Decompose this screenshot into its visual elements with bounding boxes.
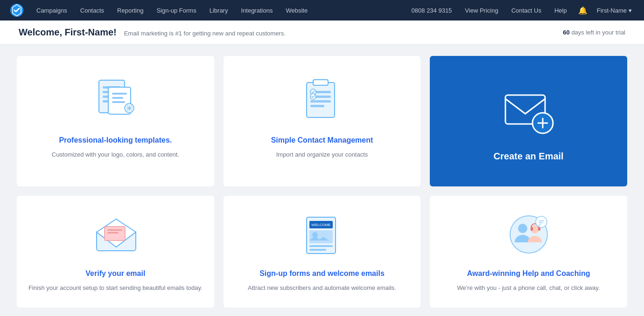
welcome-heading: Welcome, First-Name!: [19, 27, 117, 38]
create-email-title: Create an Email: [494, 151, 564, 162]
help-coaching-title: Award-winning Help and Coaching: [467, 269, 590, 278]
svg-rect-14: [310, 100, 331, 103]
svg-rect-33: [531, 227, 533, 231]
verify-email-desc: Finish your account setup to start sendi…: [28, 283, 203, 293]
verify-email-title: Verify your email: [85, 269, 145, 278]
user-menu[interactable]: First-Name ▾: [592, 0, 637, 21]
nav-website[interactable]: Website: [279, 0, 314, 21]
header-subtitle: Email marketing is #1 for getting new an…: [124, 30, 286, 37]
help-coaching-card[interactable]: Award-winning Help and Coaching We're wi…: [430, 196, 627, 308]
phone-number: 0808 234 9315: [405, 0, 459, 21]
user-name: First-Name: [597, 7, 627, 14]
verify-email-icon: [90, 209, 141, 260]
signup-forms-desc: Attract new subscribers and automate wel…: [248, 283, 396, 293]
view-pricing-link[interactable]: View Pricing: [458, 0, 504, 21]
svg-rect-10: [307, 82, 335, 117]
svg-rect-15: [310, 105, 324, 107]
logo[interactable]: [7, 1, 26, 20]
chevron-down-icon: ▾: [629, 7, 632, 14]
contact-us-link[interactable]: Contact Us: [505, 0, 548, 21]
trial-text: days left in your trial: [571, 29, 625, 36]
nav-reporting[interactable]: Reporting: [111, 0, 150, 21]
create-email-card[interactable]: Create an Email: [430, 56, 627, 186]
svg-rect-7: [112, 97, 123, 99]
nav-integrations[interactable]: Integrations: [234, 0, 279, 21]
create-email-icon: [498, 81, 559, 142]
nav-signup-forms[interactable]: Sign-up Forms: [150, 0, 203, 21]
svg-point-35: [536, 216, 547, 227]
svg-rect-28: [309, 245, 333, 247]
svg-point-31: [518, 224, 527, 233]
welcome-username: First-Name!: [65, 27, 117, 37]
svg-rect-11: [313, 80, 328, 85]
nav-campaigns[interactable]: Campaigns: [30, 0, 74, 21]
nav-links: Campaigns Contacts Reporting Sign-up For…: [30, 0, 405, 21]
contact-management-card[interactable]: Simple Contact Management Import and org…: [224, 56, 421, 186]
contacts-title: Simple Contact Management: [271, 136, 373, 144]
contacts-desc: Import and organize your contacts: [276, 150, 368, 159]
navigation: Campaigns Contacts Reporting Sign-up For…: [0, 0, 644, 21]
trial-days: 60: [563, 29, 569, 36]
svg-rect-21: [107, 229, 122, 231]
nav-library[interactable]: Library: [203, 0, 235, 21]
notifications-icon[interactable]: 🔔: [574, 0, 592, 21]
main-content: Professional-looking templates. Customiz…: [0, 45, 644, 316]
header-bar: Welcome, First-Name! Email marketing is …: [0, 21, 644, 45]
signup-forms-icon: WELCOME: [296, 209, 348, 260]
help-coaching-desc: We're with you - just a phone call, chat…: [457, 283, 600, 293]
svg-rect-6: [112, 93, 127, 95]
templates-desc: Customized with your logo, colors, and c…: [52, 150, 179, 159]
nav-right: 0808 234 9315 View Pricing Contact Us He…: [405, 0, 637, 21]
signup-forms-title: Sign-up forms and welcome emails: [259, 269, 385, 278]
templates-card[interactable]: Professional-looking templates. Customiz…: [17, 56, 214, 186]
welcome-prefix: Welcome,: [19, 27, 65, 37]
svg-rect-8: [112, 101, 125, 103]
verify-email-card[interactable]: Verify your email Finish your account se…: [17, 196, 214, 308]
svg-rect-22: [107, 232, 119, 234]
nav-contacts[interactable]: Contacts: [74, 0, 111, 21]
cards-row-2: Verify your email Finish your account se…: [17, 196, 627, 308]
templates-icon: [87, 71, 143, 127]
templates-title: Professional-looking templates.: [59, 136, 172, 144]
cards-row-1: Professional-looking templates. Customiz…: [17, 56, 627, 186]
svg-text:WELCOME: WELCOME: [311, 223, 330, 227]
help-link[interactable]: Help: [548, 0, 574, 21]
svg-rect-26: [309, 230, 333, 243]
help-coaching-icon: [503, 209, 554, 260]
svg-rect-29: [309, 249, 326, 251]
contacts-icon: [294, 71, 350, 127]
trial-info: 60 days left in your trial: [563, 29, 625, 36]
signup-forms-card[interactable]: WELCOME Sign-up forms and welcome emails…: [224, 196, 421, 308]
